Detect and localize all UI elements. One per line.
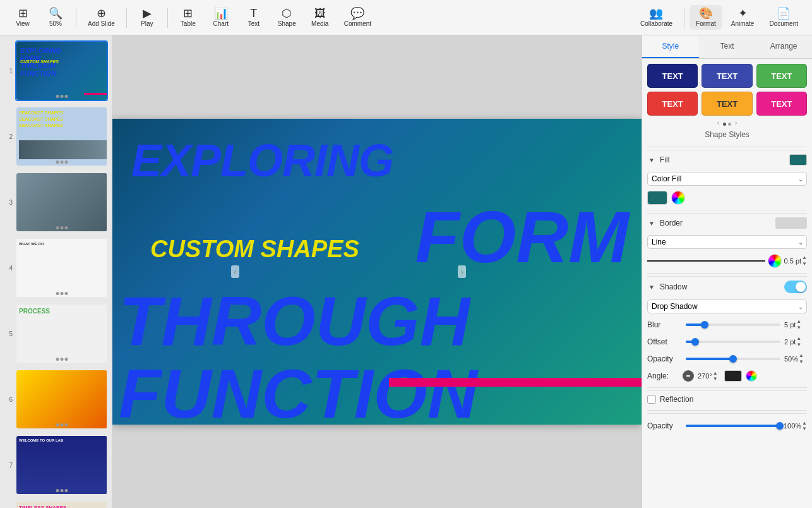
offset-stepper[interactable]: ▲ ▼ (796, 336, 801, 348)
stepper-down[interactable]: ▼ (802, 261, 807, 267)
toolbar-chart[interactable]: 📊 Chart (206, 5, 236, 30)
slide-thumb-8[interactable]: TIMELESS SHAPES (15, 500, 108, 508)
border-collapse-btn[interactable]: ▼ (647, 219, 656, 227)
right-panel: Style Text Arrange TEXT TEXT TEXT TEXT T… (642, 35, 812, 508)
border-width-value: 0.5 pt ▲ ▼ (784, 255, 807, 267)
border-label: Border (660, 219, 772, 227)
shadow-opacity-slider[interactable] (686, 358, 780, 360)
fill-type-select[interactable]: Color Fill Gradient Fill Image Fill No F… (647, 172, 807, 186)
slide-dot (56, 160, 59, 164)
stepper-down[interactable]: ▼ (796, 342, 801, 348)
tab-style[interactable]: Style (642, 35, 699, 58)
opacity-section: Opacity 100% ▲ ▼ (647, 413, 807, 438)
collaborate-label: Collaborate (640, 20, 672, 27)
slide-canvas[interactable]: EXPLORING FORM CUSTOM SHAPES THROUGH FUN… (112, 119, 642, 425)
angle-label: Angle: (647, 372, 679, 380)
document-label: Document (769, 20, 798, 27)
slide-thumb-3[interactable] (15, 172, 108, 233)
shadow-collapse-btn[interactable]: ▼ (647, 282, 656, 291)
slide-dot (64, 160, 68, 164)
toolbar-add-slide[interactable]: ⊕ Add Slide (81, 5, 121, 30)
toolbar-document[interactable]: 📄 Document (763, 5, 804, 30)
shadow-opacity-stepper[interactable]: ▲ ▼ (799, 353, 804, 365)
shadow-type-row: Drop Shadow Contact Shadow Curved Shadow (647, 297, 807, 316)
slide-thumb-6[interactable] (15, 369, 108, 430)
offset-slider[interactable] (686, 341, 780, 343)
slide-num-5: 5 (4, 330, 13, 337)
main-area: 1 EXPLORINGFORMTHROUGHFUNCTION CUSTOM SH… (0, 35, 812, 508)
style-nav-next[interactable]: › (735, 119, 737, 126)
style-swatch-5[interactable]: TEXT (702, 92, 752, 116)
angle-stepper[interactable]: ▲ ▼ (713, 370, 718, 382)
style-nav-prev[interactable]: ‹ (717, 119, 719, 126)
fill-collapse-btn[interactable]: ▼ (647, 155, 656, 164)
slide-thumb-5[interactable]: PROCESS (15, 303, 108, 364)
nav-next-arrow[interactable]: › (458, 265, 466, 278)
comment-label: Comment (344, 20, 371, 27)
reflection-checkbox[interactable] (647, 395, 656, 404)
slide-dot (64, 292, 68, 295)
fill-color-swatch[interactable] (647, 191, 667, 205)
angle-knob[interactable] (683, 370, 694, 382)
style-swatch-3[interactable]: TEXT (756, 64, 807, 88)
fill-color-wheel[interactable] (671, 191, 685, 205)
stepper-up[interactable]: ▲ (713, 370, 718, 377)
slide-thumb-2[interactable]: SEACOAST SHAPESSEACOAST SHAPESSEACOAST S… (15, 106, 108, 167)
slide-row-6: 6 (4, 369, 108, 430)
tab-text[interactable]: Text (699, 35, 756, 58)
slide-thumb-4[interactable]: WHAT WE DO (15, 238, 108, 298)
slide-dot (56, 95, 59, 98)
stepper-up[interactable]: ▲ (799, 353, 804, 359)
toolbar-text[interactable]: T Text (239, 5, 269, 30)
style-swatch-2[interactable]: TEXT (702, 64, 752, 88)
toolbar-media[interactable]: 🖼 Media (305, 5, 335, 30)
nav-prev-arrow[interactable]: ‹ (231, 265, 239, 278)
angle-color-swatch[interactable] (724, 370, 742, 382)
stepper-down[interactable]: ▼ (799, 359, 804, 365)
shadow-toggle[interactable] (784, 281, 807, 293)
toolbar-sep-1 (76, 8, 76, 28)
divider-1 (647, 147, 807, 147)
style-swatch-6[interactable]: TEXT (756, 92, 807, 116)
slide-dot (56, 423, 59, 426)
canvas-text-function: FUNCTION (119, 359, 477, 425)
fill-type-select-wrapper: Color Fill Gradient Fill Image Fill No F… (647, 172, 807, 186)
blur-stepper[interactable]: ▲ ▼ (796, 318, 801, 330)
zoom-label: 50% (49, 20, 62, 27)
stepper-up[interactable]: ▲ (802, 255, 807, 261)
toolbar-animate[interactable]: ✦ Animate (725, 5, 761, 30)
stepper-up[interactable]: ▲ (802, 420, 807, 426)
toolbar-view[interactable]: ⊞ View (8, 5, 38, 30)
blur-slider[interactable] (686, 324, 780, 326)
border-width-stepper[interactable]: ▲ ▼ (802, 255, 807, 267)
shadow-type-select[interactable]: Drop Shadow Contact Shadow Curved Shadow (647, 299, 807, 313)
toolbar-comment[interactable]: 💬 Comment (338, 5, 378, 30)
toolbar-format[interactable]: 🎨 Format (690, 5, 722, 30)
slide-thumb-1[interactable]: EXPLORINGFORMTHROUGHFUNCTION CUSTOM SHAP… (15, 40, 108, 101)
toolbar-collaborate[interactable]: 👥 Collaborate (634, 5, 679, 30)
fill-color-indicator[interactable] (789, 154, 807, 166)
slide-dot (64, 423, 68, 426)
border-color-indicator[interactable] (775, 217, 807, 229)
border-color-wheel[interactable] (768, 254, 782, 268)
border-type-select[interactable]: Line Dashed None (647, 235, 807, 249)
toolbar-play[interactable]: ▶ Play (132, 5, 162, 30)
collaborate-icon: 👥 (649, 8, 663, 19)
style-swatch-1[interactable]: TEXT (647, 64, 698, 88)
stepper-up[interactable]: ▲ (796, 318, 801, 325)
stepper-down[interactable]: ▼ (713, 376, 718, 382)
tab-arrange[interactable]: Arrange (755, 35, 812, 58)
slide-thumb-7[interactable]: WELCOME TO OUR LAB (15, 435, 108, 495)
style-swatch-4[interactable]: TEXT (647, 92, 698, 116)
stepper-down[interactable]: ▼ (796, 325, 801, 331)
document-icon: 📄 (777, 8, 791, 19)
toolbar-zoom[interactable]: 🔍 50% (40, 5, 71, 30)
toolbar-table[interactable]: ⊞ Table (173, 5, 203, 30)
angle-color-wheel[interactable] (746, 370, 757, 382)
border-line-preview (647, 260, 765, 262)
stepper-up[interactable]: ▲ (796, 336, 801, 342)
opacity-slider[interactable] (686, 425, 780, 427)
stepper-down[interactable]: ▼ (802, 426, 807, 432)
toolbar-shape[interactable]: ⬡ Shape (272, 5, 302, 30)
opacity-stepper[interactable]: ▲ ▼ (802, 420, 807, 432)
